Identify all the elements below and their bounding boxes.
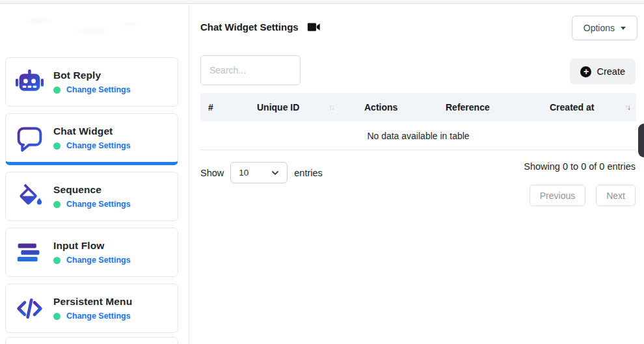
page-header: Chat Widget Settings <box>200 21 321 33</box>
options-label: Options <box>584 23 615 33</box>
sort-icon: ↑↓ <box>625 103 630 111</box>
status-dot <box>53 142 60 150</box>
status-dot <box>53 257 60 264</box>
settings-card-list: Bot Reply Change Settings Chat Widget <box>5 57 178 333</box>
table-header-row: # Unique ID ↑↓ Actions Reference Created… <box>200 93 636 122</box>
previous-button[interactable]: Previous <box>530 185 585 206</box>
change-settings-link[interactable]: Change Settings <box>66 311 131 321</box>
sort-icon: ↑↓ <box>329 103 334 111</box>
sidebar-card-bot-reply[interactable]: Bot Reply Change Settings <box>5 57 178 107</box>
next-button[interactable]: Next <box>596 185 636 206</box>
card-title: Sequence <box>53 184 131 196</box>
page-title: Chat Widget Settings <box>200 21 299 33</box>
options-button[interactable]: Options <box>572 16 637 40</box>
change-settings-link[interactable]: Change Settings <box>66 85 131 94</box>
main-panel: Chat Widget Settings Options + Create # … <box>190 5 644 344</box>
column-header-unique-id[interactable]: Unique ID ↑↓ <box>257 102 342 112</box>
change-settings-link[interactable]: Change Settings <box>66 256 131 265</box>
table-empty-message: No data available in table <box>200 122 636 150</box>
chevron-down-icon <box>621 27 626 30</box>
entries-label: entries <box>294 168 323 178</box>
page-size-control: Show 10 entries <box>200 162 323 183</box>
card-title: Chat Widget <box>53 126 131 137</box>
status-dot <box>53 313 60 320</box>
create-button[interactable]: + Create <box>570 59 636 85</box>
sidebar-card-persistent-menu[interactable]: Persistent Menu Change Settings <box>5 284 178 333</box>
show-label: Show <box>200 168 224 178</box>
column-header-reference: Reference <box>423 102 527 112</box>
top-accent-bar <box>0 0 644 4</box>
chat-bubble-icon <box>14 123 45 153</box>
card-title: Bot Reply <box>53 70 131 81</box>
sidebar-card-sequence[interactable]: Sequence Change Settings <box>5 172 178 221</box>
card-title: Persistent Menu <box>53 296 132 308</box>
showing-entries-text: Showing 0 to 0 of 0 entries <box>524 161 636 172</box>
column-header-actions: Actions <box>342 102 423 112</box>
sidebar-card-partial[interactable] <box>5 337 178 344</box>
sidebar-card-input-flow[interactable]: Input Flow Change Settings <box>5 228 178 277</box>
card-title: Input Flow <box>53 240 131 252</box>
status-dot <box>53 86 60 94</box>
search-input[interactable] <box>200 55 301 85</box>
paint-bucket-icon <box>14 181 45 212</box>
change-settings-link[interactable]: Change Settings <box>66 200 131 209</box>
page-size-value: 10 <box>239 168 248 178</box>
column-header-created-at[interactable]: Created at ↑↓ <box>527 102 636 112</box>
pagination: Previous Next <box>530 185 636 206</box>
data-table: # Unique ID ↑↓ Actions Reference Created… <box>200 93 636 150</box>
robot-icon <box>14 67 45 98</box>
floating-button-partial[interactable] <box>638 124 644 157</box>
chevron-down-icon <box>271 170 279 176</box>
plus-circle-icon: + <box>580 66 591 77</box>
sidebar-card-chat-widget[interactable]: Chat Widget Change Settings <box>5 113 178 165</box>
change-settings-link[interactable]: Change Settings <box>66 141 131 150</box>
sidebar: Bot Reply Change Settings Chat Widget <box>0 5 189 344</box>
status-dot <box>53 201 60 208</box>
create-label: Create <box>597 66 625 77</box>
column-header-index: # <box>200 102 257 112</box>
stacked-bars-icon <box>14 237 45 268</box>
faint-logo <box>8 10 161 46</box>
page-size-select[interactable]: 10 <box>230 162 288 183</box>
code-icon <box>14 293 45 324</box>
videocam-icon <box>307 22 321 32</box>
